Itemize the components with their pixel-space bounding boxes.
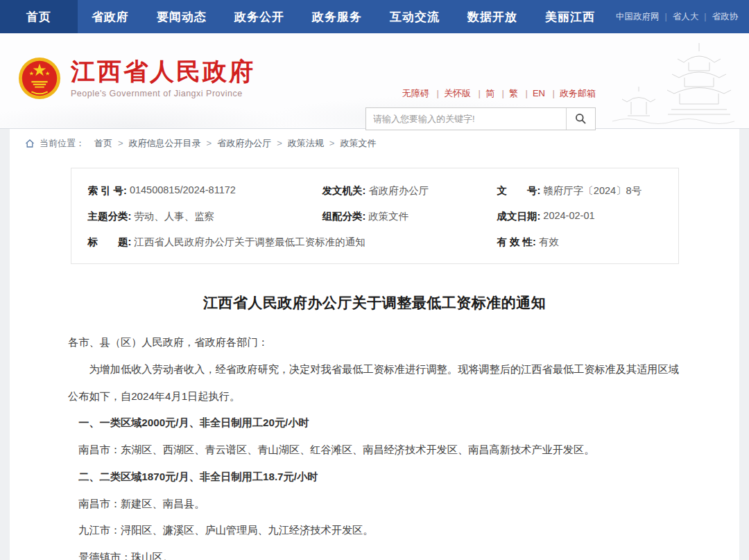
link-provincial-cppcc[interactable]: 省政协	[698, 11, 738, 23]
link-traditional-chinese[interactable]: 繁	[497, 88, 518, 98]
meta-index-number: 索 引 号: 014500815/2024-81172	[88, 184, 322, 198]
paragraph-nanchang-category-2: 南昌市：新建区、南昌县。	[68, 491, 684, 518]
meta-topic-category: 主题分类: 劳动、人事、监察	[88, 210, 322, 223]
site-title: 江西省人民政府	[71, 58, 255, 85]
magnifier-icon	[575, 113, 587, 125]
site-brand: 江西省人民政府 People's Government of Jiangxi P…	[18, 57, 255, 100]
meta-issuing-agency: 发文机关: 省政府办公厅	[322, 184, 497, 198]
meta-row-3: 标 题: 江西省人民政府办公厅关于调整最低工资标准的通知 有 效 性: 有效	[71, 229, 678, 255]
section-heading-category-1: 一、一类区域2000元/月、非全日制用工20元/小时	[68, 410, 684, 437]
search-input[interactable]	[366, 108, 566, 130]
nav-external-links: 中国政府网 省人大 省政协	[616, 0, 749, 33]
nav-item-gov-affairs-disclosure[interactable]: 政务公开	[221, 0, 298, 33]
nav-item-gov-services[interactable]: 政务服务	[298, 0, 376, 33]
document-metadata-table: 索 引 号: 014500815/2024-81172 发文机关: 省政府办公厅…	[71, 168, 679, 264]
breadcrumb-label: 当前位置：	[40, 137, 85, 150]
search-button[interactable]	[566, 108, 595, 130]
breadcrumb-home[interactable]: 首页	[94, 137, 112, 150]
link-provincial-peoples-congress[interactable]: 省人大	[660, 11, 699, 23]
section-heading-category-2: 二、二类区域1870元/月、非全日制用工18.7元/小时	[68, 464, 684, 491]
breadcrumb-policy-documents[interactable]: 政策文件	[324, 137, 377, 150]
site-search-box	[365, 107, 596, 130]
nav-item-interaction[interactable]: 互动交流	[376, 0, 454, 33]
paragraph-jiujiang: 九江市：浔阳区、濂溪区、庐山管理局、九江经济技术开发区。	[68, 517, 684, 544]
nav-item-news[interactable]: 要闻动态	[143, 0, 221, 33]
site-header: 江西省人民政府 People's Government of Jiangxi P…	[0, 33, 749, 129]
link-elder-care-version[interactable]: 关怀版	[431, 88, 470, 98]
link-simplified-chinese[interactable]: 简	[474, 88, 494, 98]
national-emblem-logo-icon	[18, 57, 61, 100]
content-card: 当前位置： 首页 政府信息公开目录 省政府办公厅 政策法规 政策文件 索 引 号…	[10, 129, 739, 560]
breadcrumb: 当前位置： 首页 政府信息公开目录 省政府办公厅 政策法规 政策文件	[10, 129, 739, 157]
tengwang-pavilion-sketch-icon	[607, 33, 749, 128]
meta-document-number: 文 号: 赣府厅字〔2024〕8号	[497, 184, 678, 198]
paragraph-nanchang-category-1: 南昌市：东湖区、西湖区、青云谱区、青山湖区、红谷滩区、南昌经济技术开发区、南昌高…	[68, 437, 684, 464]
nav-item-provincial-government[interactable]: 省政府	[78, 0, 143, 33]
meta-row-2: 主题分类: 劳动、人事、监察 组配分类: 政策文件 成文日期: 2024-02-…	[71, 204, 678, 229]
link-gov-mailbox[interactable]: 政务邮箱	[548, 88, 596, 98]
meta-row-1: 索 引 号: 014500815/2024-81172 发文机关: 省政府办公厅…	[71, 178, 678, 204]
link-english-version[interactable]: EN	[521, 88, 545, 98]
meta-issue-date: 成文日期: 2024-02-01	[497, 210, 678, 223]
link-china-gov-site[interactable]: 中国政府网	[616, 11, 660, 23]
link-accessibility[interactable]: 无障碍	[402, 88, 429, 98]
breadcrumb-policies-regulations[interactable]: 政策法规	[271, 137, 324, 150]
nav-item-home[interactable]: 首页	[0, 0, 78, 33]
home-icon	[25, 139, 35, 148]
nav-item-open-data[interactable]: 数据开放	[454, 0, 531, 33]
document-title: 江西省人民政府办公厅关于调整最低工资标准的通知	[10, 293, 739, 313]
meta-group-category: 组配分类: 政策文件	[322, 210, 497, 223]
header-quick-links: 无障碍 关怀版 简 繁 EN 政务邮箱	[365, 87, 596, 100]
meta-document-title: 标 题: 江西省人民政府办公厅关于调整最低工资标准的通知	[88, 236, 497, 249]
site-title-english: People's Government of Jiangxi Province	[71, 89, 255, 98]
nav-item-beautiful-jiangxi[interactable]: 美丽江西	[531, 0, 609, 33]
header-right-controls: 无障碍 关怀版 简 繁 EN 政务邮箱	[365, 87, 596, 130]
paragraph-intro: 为增加低收入劳动者收入，经省政府研究，决定对我省最低工资标准进行调整。现将调整后…	[68, 356, 684, 410]
paragraph-salutation: 各市、县（区）人民政府，省政府各部门：	[68, 329, 684, 356]
meta-validity: 有 效 性: 有效	[497, 236, 678, 249]
breadcrumb-info-disclosure-catalog[interactable]: 政府信息公开目录	[112, 137, 201, 150]
top-navigation-bar: 首页 省政府 要闻动态 政务公开 政务服务 互动交流 数据开放 美丽江西 中国政…	[0, 0, 749, 33]
paragraph-jingdezhen: 景德镇市：珠山区。	[68, 544, 684, 560]
site-title-block: 江西省人民政府 People's Government of Jiangxi P…	[71, 58, 255, 99]
breadcrumb-general-office[interactable]: 省政府办公厅	[201, 137, 272, 150]
document-body: 各市、县（区）人民政府，省政府各部门： 为增加低收入劳动者收入，经省政府研究，决…	[10, 313, 739, 560]
